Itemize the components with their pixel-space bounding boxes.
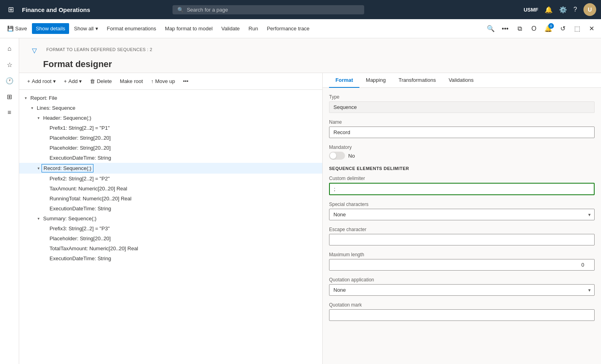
sequence-delimiter-header: SEQUENCE ELEMENTS DELIMITER (329, 166, 595, 171)
add-root-button[interactable]: + Add root ▾ (24, 76, 59, 86)
tree-item-label: Prefix2: String[2..2] = "P2" (48, 175, 111, 182)
show-details-button[interactable]: Show details (32, 23, 69, 34)
tree-item[interactable]: Placeholder: String[20..20] (19, 143, 322, 153)
tree-item-label: TaxAmount: Numeric[20..20] Real (48, 185, 129, 192)
tab-format[interactable]: Format (329, 73, 359, 88)
quotation-app-label: Quotation application (329, 277, 595, 283)
filter-icon[interactable]: ▽ (27, 43, 42, 57)
tree-item[interactable]: ExecutionDateTime: String (19, 253, 322, 263)
content-area: ▽ FORMAT TO LEARN DEFERRED SEQUENCES : 2… (19, 38, 601, 364)
tree-item[interactable]: Prefix2: String[2..2] = "P2" (19, 174, 322, 184)
chevron-down-icon: ▾ (79, 78, 82, 84)
tree-item[interactable]: Prefix1: String[2..2] = "P1" (19, 123, 322, 133)
validate-button[interactable]: Validate (217, 23, 244, 34)
tree-item[interactable]: TotalTaxAmount: Numeric[20..20] Real (19, 243, 322, 253)
tree-item[interactable]: Placeholder: String[20..20] (19, 233, 322, 243)
quotation-mark-input[interactable] (329, 309, 595, 321)
global-search[interactable]: 🔍 (173, 5, 364, 14)
plus-icon: + (64, 78, 67, 84)
close-button[interactable]: ✕ (585, 22, 598, 35)
tree-item[interactable]: RunningTotal: Numeric[20..20] Real (19, 194, 322, 204)
tree-item[interactable]: TaxAmount: Numeric[20..20] Real (19, 184, 322, 194)
refresh-button[interactable]: ↺ (556, 22, 569, 35)
tree-item[interactable]: ExecutionDateTime: String (19, 153, 322, 163)
tree-item[interactable]: Placeholder: String[20..20] (19, 133, 322, 143)
special-chars-select[interactable]: None (329, 209, 595, 220)
search-input[interactable] (187, 7, 359, 13)
name-input[interactable] (329, 127, 595, 138)
quotation-mark-group: Quotation mark (329, 302, 595, 321)
special-chars-label: Special characters (329, 202, 595, 207)
tree-item[interactable]: ▾Record: Sequence(;) (19, 163, 322, 174)
tree-toggle-icon[interactable]: ▾ (22, 95, 29, 101)
tree-toggle-icon (42, 186, 48, 192)
tree-item-label: Placeholder: String[20..20] (48, 235, 112, 242)
tree-item-label: ExecutionDateTime: String (48, 205, 113, 212)
mandatory-field-group: Mandatory No (329, 144, 595, 160)
performance-trace-button[interactable]: Performance trace (263, 23, 313, 34)
quotation-app-select[interactable]: None (329, 284, 595, 296)
mandatory-toggle[interactable] (329, 152, 345, 160)
tree-item[interactable]: ▾Header: Sequence(;) (19, 113, 322, 123)
tree-item[interactable]: ▾Summary: Sequence(;) (19, 214, 322, 224)
tree-toggle-icon[interactable]: ▾ (35, 115, 42, 121)
map-format-button[interactable]: Map format to model (161, 23, 216, 34)
tree-item[interactable]: ▾Report: File (19, 93, 322, 103)
tree-item[interactable]: ▾Lines: Sequence (19, 103, 322, 113)
notification-icon[interactable]: 🔔 (545, 6, 553, 14)
open-new-button[interactable]: ⬚ (571, 22, 583, 35)
name-label: Name (329, 119, 595, 125)
recent-icon[interactable]: 🕐 (2, 73, 17, 88)
custom-delimiter-input[interactable] (329, 183, 595, 195)
tree-toggle-icon (42, 145, 48, 151)
tab-validations[interactable]: Validations (442, 73, 480, 88)
action-bar: 💾 Save Show details Show all ▾ Format en… (0, 19, 601, 38)
star-icon[interactable]: ☆ (2, 57, 17, 72)
tree-item[interactable]: ExecutionDateTime: String (19, 204, 322, 214)
tree-item[interactable]: Prefix3: String[2..2] = "P3" (19, 224, 322, 233)
office-button[interactable]: O (528, 22, 540, 35)
make-root-button[interactable]: Make root (117, 76, 146, 86)
quotation-mark-label: Quotation mark (329, 302, 595, 308)
delete-button[interactable]: 🗑 Delete (87, 76, 115, 86)
format-enumerations-button[interactable]: Format enumerations (103, 23, 161, 34)
tree-item-label: Lines: Sequence (35, 104, 77, 112)
mandatory-toggle-row: No (329, 152, 595, 160)
avatar[interactable]: U (583, 3, 596, 16)
tree-panel: + Add root ▾ + Add ▾ 🗑 Delete Make ro (19, 73, 323, 364)
workspace-icon[interactable]: ⊞ (2, 89, 17, 104)
notification-badge-button[interactable]: 🔔 0 (542, 22, 555, 35)
tree-item-label: Placeholder: String[20..20] (48, 144, 112, 152)
waffle-icon[interactable]: ⊞ (5, 4, 17, 16)
tree-toggle-icon (42, 255, 48, 262)
run-button[interactable]: Run (244, 23, 262, 34)
escape-char-input[interactable] (329, 234, 595, 245)
sidebar-icons: ⌂ ☆ 🕐 ⊞ ≡ (0, 38, 19, 364)
max-length-input[interactable] (329, 259, 595, 271)
tree-toggle-icon[interactable]: ▾ (35, 165, 42, 172)
tab-mapping[interactable]: Mapping (359, 73, 392, 88)
show-all-button[interactable]: Show all ▾ (70, 23, 102, 34)
search-button[interactable]: 🔍 (484, 22, 497, 35)
tree-toggle-icon[interactable]: ▾ (29, 105, 35, 111)
page-title: Format designer (43, 59, 593, 69)
help-icon[interactable]: ? (573, 6, 577, 13)
tree-item-label: Header: Sequence(;) (42, 114, 93, 122)
tab-transformations[interactable]: Transformations (392, 73, 442, 88)
add-button[interactable]: + Add ▾ (61, 76, 85, 86)
more-button[interactable]: ••• (499, 22, 512, 35)
chevron-down-icon: ▾ (53, 78, 56, 84)
share-button[interactable]: ⧉ (513, 22, 526, 35)
tree-item-label: ExecutionDateTime: String (48, 154, 113, 162)
home-icon[interactable]: ⌂ (2, 42, 17, 56)
tree-toggle-icon[interactable]: ▾ (35, 216, 42, 222)
main-layout: ⌂ ☆ 🕐 ⊞ ≡ ▽ FORMAT TO LEARN DEFERRED SEQ… (0, 38, 601, 364)
move-up-button[interactable]: ↑ Move up (148, 76, 178, 86)
tree-toggle-icon (42, 206, 48, 212)
type-value: Sequence (329, 101, 595, 113)
modules-icon[interactable]: ≡ (2, 105, 17, 120)
save-button[interactable]: 💾 Save (3, 23, 31, 34)
tree-item-label: Summary: Sequence(;) (42, 215, 98, 222)
settings-icon[interactable]: ⚙️ (559, 6, 567, 14)
more-options-button[interactable]: ••• (180, 76, 192, 86)
